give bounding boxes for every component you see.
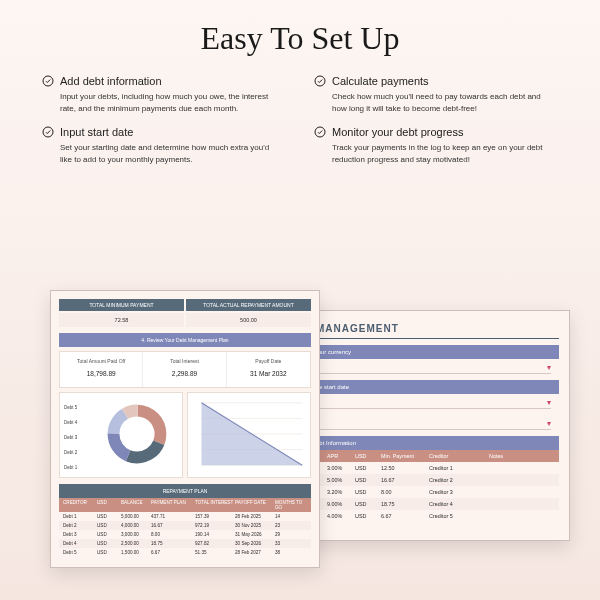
cell: USD bbox=[355, 513, 381, 519]
cell: 4,000.00 bbox=[121, 523, 151, 528]
check-circle-icon bbox=[42, 75, 54, 87]
cell: 31 May 2026 bbox=[235, 532, 275, 537]
area-chart bbox=[187, 392, 311, 478]
cell: 1,500.00 bbox=[121, 550, 151, 555]
svg-point-3 bbox=[315, 127, 325, 137]
cell: 5.00% bbox=[327, 477, 355, 483]
col-creditor: Creditor bbox=[429, 453, 489, 459]
cell: 38 bbox=[275, 550, 307, 555]
repayment-plan-bar: REPAYMENT PLAN bbox=[59, 484, 311, 498]
cell: Debt 2 bbox=[63, 523, 97, 528]
cell: USD bbox=[355, 477, 381, 483]
cell: 4.00% bbox=[327, 513, 355, 519]
check-circle-icon bbox=[314, 75, 326, 87]
cell bbox=[489, 501, 553, 507]
section-currency-bar: 1. Set up your currency bbox=[281, 345, 559, 359]
feature-calculate: Calculate payments Check how much you'll… bbox=[314, 75, 558, 114]
cell: USD bbox=[97, 541, 121, 546]
section-startdate-bar: 2. Select the start date bbox=[281, 380, 559, 394]
cell: 437.71 bbox=[151, 514, 195, 519]
cell: 16.67 bbox=[151, 523, 195, 528]
feature-start-date: Input start date Set your starting date … bbox=[42, 126, 286, 165]
col: USD bbox=[97, 500, 121, 510]
cell: Creditor 3 bbox=[429, 489, 489, 495]
cell: 23 bbox=[275, 523, 307, 528]
cell: Debt 5 bbox=[63, 550, 97, 555]
currency-select[interactable]: USD ▾ bbox=[281, 359, 559, 373]
year-select[interactable]: 2024 ▾ bbox=[281, 394, 559, 408]
table-row[interactable]: Debt 4USD2,500.0018.75927.8230 Sep 20263… bbox=[59, 539, 311, 548]
cell: 28 Feb 2025 bbox=[235, 514, 275, 519]
donut-legend: Debt 5 Debt 4 Debt 3 Debt 2 Debt 1 bbox=[64, 405, 77, 480]
stat-value: 31 Mar 2032 bbox=[229, 370, 308, 377]
debt-table-body: 5,000.003.00%USD12.50Creditor 14,000.005… bbox=[281, 462, 559, 522]
cell: 3.00% bbox=[327, 465, 355, 471]
cell: 5,000.00 bbox=[121, 514, 151, 519]
stat-value: 18,798.89 bbox=[62, 370, 140, 377]
cell: USD bbox=[355, 489, 381, 495]
check-circle-icon bbox=[42, 126, 54, 138]
stat-label: Total Amount Paid Off bbox=[62, 358, 140, 364]
cell: 30 Nov 2025 bbox=[235, 523, 275, 528]
cell: 3.20% bbox=[327, 489, 355, 495]
label-actual-repay: TOTAL ACTUAL REPAYMENT AMOUNT bbox=[186, 299, 311, 311]
col: BALANCE bbox=[121, 500, 151, 510]
svg-point-0 bbox=[43, 76, 53, 86]
cell: USD bbox=[355, 465, 381, 471]
cell: Creditor 5 bbox=[429, 513, 489, 519]
cell: 972.19 bbox=[195, 523, 235, 528]
table-row[interactable]: 5,000.003.00%USD12.50Creditor 1 bbox=[281, 462, 559, 474]
table-row[interactable]: 4,000.005.00%USD16.67Creditor 2 bbox=[281, 474, 559, 486]
cell bbox=[489, 465, 553, 471]
table-row[interactable]: 3,000.003.20%USD8.00Creditor 3 bbox=[281, 486, 559, 498]
cell: 28 Feb 2027 bbox=[235, 550, 275, 555]
table-row[interactable]: Debt 1USD5,000.00437.71157.3928 Feb 2025… bbox=[59, 512, 311, 521]
cell: 33 bbox=[275, 541, 307, 546]
table-row[interactable]: Debt 2USD4,000.0016.67972.1930 Nov 20252… bbox=[59, 521, 311, 530]
month-select[interactable]: January ▾ bbox=[281, 415, 559, 429]
feature-desc: Check how much you'll need to pay toward… bbox=[314, 91, 558, 114]
table-row[interactable]: Debt 5USD1,500.006.6751.3528 Feb 202738 bbox=[59, 548, 311, 557]
cell: 3,000.00 bbox=[121, 532, 151, 537]
divider bbox=[289, 373, 551, 374]
chevron-down-icon: ▾ bbox=[547, 398, 551, 407]
table-row[interactable]: 2,500.009.00%USD18.75Creditor 4 bbox=[281, 498, 559, 510]
value-actual-repay: 500.00 bbox=[186, 313, 311, 327]
cell: 16.67 bbox=[381, 477, 429, 483]
divider bbox=[289, 429, 551, 430]
cell: USD bbox=[97, 550, 121, 555]
cell: 12.50 bbox=[381, 465, 429, 471]
cell: 8.00 bbox=[381, 489, 429, 495]
cell bbox=[489, 513, 553, 519]
col-usd: USD bbox=[355, 453, 381, 459]
feature-label: Add debt information bbox=[60, 75, 162, 87]
section-debtinfo-bar: 3. Enter Debt Information bbox=[281, 436, 559, 450]
check-circle-icon bbox=[314, 126, 326, 138]
repayment-body: Debt 1USD5,000.00437.71157.3928 Feb 2025… bbox=[59, 512, 311, 557]
sheet-dashboard: TOTAL MINIMUM PAYMENT TOTAL ACTUAL REPAY… bbox=[50, 290, 320, 568]
cell: 6.67 bbox=[381, 513, 429, 519]
divider bbox=[289, 408, 551, 409]
cell: 29 bbox=[275, 532, 307, 537]
col: TOTAL INTEREST bbox=[195, 500, 235, 510]
cell: 51.35 bbox=[195, 550, 235, 555]
cell: 9.00% bbox=[327, 501, 355, 507]
feature-label: Monitor your debt progress bbox=[332, 126, 463, 138]
feature-desc: Track your payments in the log to keep a… bbox=[314, 142, 558, 165]
table-row[interactable]: Debt 3USD3,000.008.00190.1431 May 202629 bbox=[59, 530, 311, 539]
mockup-area: DEBT MANAGEMENT 1. Set up your currency … bbox=[0, 280, 600, 600]
stat-row: Total Amount Paid Off18,798.89 Total Int… bbox=[59, 351, 311, 388]
cell: 8.00 bbox=[151, 532, 195, 537]
cell: Debt 4 bbox=[63, 541, 97, 546]
table-row[interactable]: 1,000.004.00%USD6.67Creditor 5 bbox=[281, 510, 559, 522]
cell: USD bbox=[97, 523, 121, 528]
divider bbox=[281, 338, 559, 339]
chevron-down-icon: ▾ bbox=[547, 363, 551, 372]
stat-label: Total Interest bbox=[145, 358, 223, 364]
sheet-title: DEBT MANAGEMENT bbox=[281, 323, 559, 334]
feature-monitor: Monitor your debt progress Track your pa… bbox=[314, 126, 558, 165]
cell: Debt 3 bbox=[63, 532, 97, 537]
stat-label: Payoff Date bbox=[229, 358, 308, 364]
feature-label: Input start date bbox=[60, 126, 133, 138]
feature-label: Calculate payments bbox=[332, 75, 429, 87]
